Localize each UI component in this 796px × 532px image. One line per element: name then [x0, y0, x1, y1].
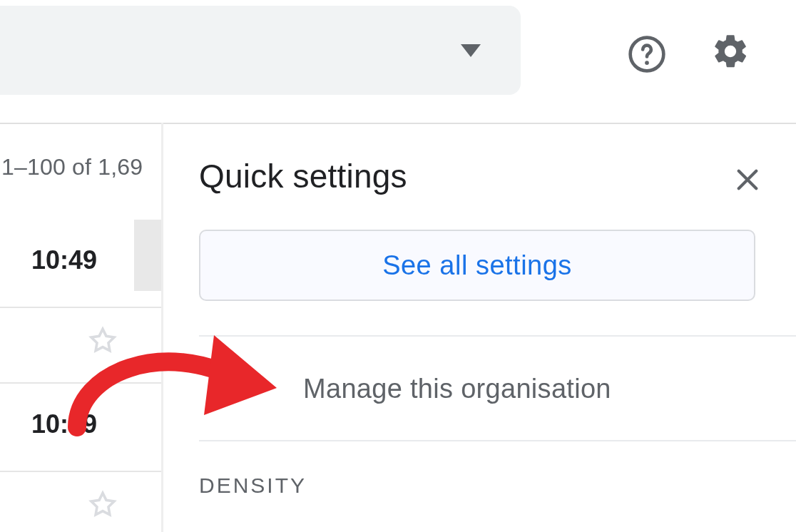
see-all-settings-button[interactable]: See all settings	[199, 230, 755, 301]
manage-organisation-link[interactable]: Manage this organisation	[303, 374, 611, 404]
row-divider	[0, 382, 161, 384]
close-panel-button[interactable]	[730, 163, 765, 197]
star-icon	[86, 324, 120, 358]
email-row-time: 10:49	[31, 245, 97, 275]
section-divider	[199, 440, 796, 441]
star-toggle[interactable]	[86, 488, 120, 522]
row-divider	[0, 471, 161, 472]
settings-button[interactable]	[710, 31, 750, 71]
svg-point-1	[645, 61, 649, 65]
quick-settings-panel: Quick settings See all settings Manage t…	[161, 123, 796, 532]
close-icon	[733, 165, 762, 195]
email-row-time: 10:49	[31, 409, 97, 439]
panel-title: Quick settings	[199, 157, 407, 195]
row-divider	[0, 307, 161, 308]
selected-row-highlight	[134, 220, 161, 291]
density-section-heading: DENSITY	[199, 474, 307, 498]
search-bar[interactable]	[0, 6, 521, 95]
gear-icon	[710, 31, 750, 71]
pagination-count: 1–100 of 1,69	[1, 154, 143, 180]
section-divider	[199, 335, 796, 337]
see-all-settings-label: See all settings	[382, 250, 572, 281]
star-toggle[interactable]	[86, 324, 120, 358]
help-button[interactable]	[627, 34, 667, 74]
star-icon	[86, 488, 120, 522]
email-list-fragment: 1–100 of 1,69 10:49 10:49	[0, 123, 161, 532]
help-icon	[627, 34, 667, 74]
dropdown-caret-icon[interactable]	[461, 44, 481, 57]
